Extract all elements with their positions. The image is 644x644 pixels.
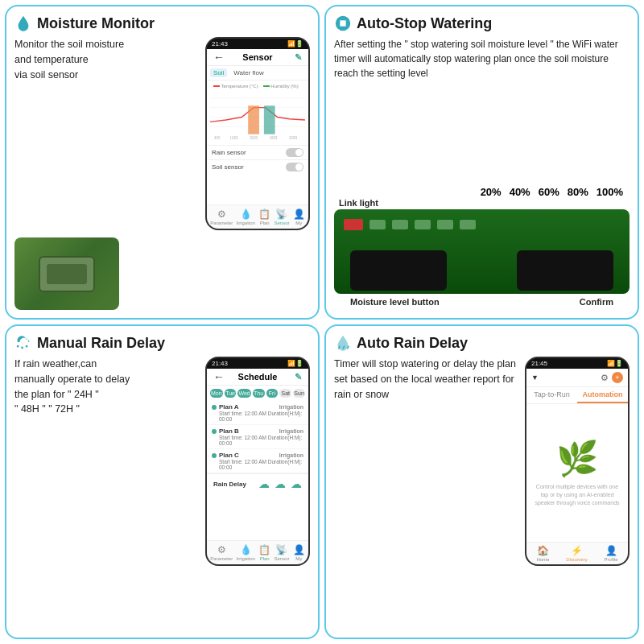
edit-icon[interactable]: ✎ xyxy=(295,52,302,63)
day-thu[interactable]: Thu xyxy=(253,389,265,398)
soil-sensor-toggle[interactable] xyxy=(286,163,303,171)
rain-sensor-toggle[interactable] xyxy=(286,148,303,157)
delay-icons-group: ☁ ☁ ☁ xyxy=(258,477,302,490)
sensor-block-right xyxy=(517,250,613,291)
schedule-edit-icon[interactable]: ✎ xyxy=(295,372,302,382)
sensor-buttons-row xyxy=(344,219,476,230)
day-sun[interactable]: Sun xyxy=(293,389,305,398)
manual-rain-desc: If rain weather,can manually operate to … xyxy=(14,357,199,417)
nav-sensor[interactable]: 📡 Sensor xyxy=(274,208,289,225)
rain-icon xyxy=(14,334,32,352)
header-icons: ⚙ + xyxy=(601,372,623,383)
svg-text:16/03: 16/03 xyxy=(270,135,278,139)
soil-sensor-row: Soil sensor xyxy=(207,159,308,174)
btn-100[interactable] xyxy=(460,220,476,229)
moisture-bottom-labels: Moisture level button Confirm xyxy=(334,294,630,310)
day-sat[interactable]: Sat xyxy=(279,389,291,398)
auto-rain-text-col: Timer will stop watering or delay the pl… xyxy=(334,357,518,630)
delay-72h-icon[interactable]: ☁ xyxy=(291,477,302,490)
rain-delay-row: Rain Delay ☁ ☁ ☁ xyxy=(207,473,308,493)
moisture-screen: ← Sensor ✎ Soil Water flow Temperature (… xyxy=(207,49,308,204)
sched-nav-plan[interactable]: 📋 Plan xyxy=(258,544,270,561)
manual-rain-body: If rain weather,can manually operate to … xyxy=(14,357,310,630)
sched-nav-parameter[interactable]: ⚙ Parameter xyxy=(210,544,233,561)
day-selector: Mon Tue Wed Thu Fri Sat Sun xyxy=(207,386,308,401)
moisture-phone-nav: ⚙ Parameter 💧 Irrigation 📋 Plan 📡 Sensor xyxy=(207,204,308,229)
sched-nav-irrigation[interactable]: 💧 Irrigation xyxy=(236,544,254,561)
svg-text:11/03: 11/03 xyxy=(230,135,238,139)
svg-rect-12 xyxy=(340,20,345,26)
back-arrow-icon[interactable]: ← xyxy=(213,51,225,64)
link-light-label: Link light xyxy=(339,198,378,208)
sensor-box xyxy=(39,256,95,292)
rain-nav-home[interactable]: 🏠 Home xyxy=(536,545,549,562)
delay-24h-icon[interactable]: ☁ xyxy=(258,477,270,490)
settings-gear-icon[interactable]: ⚙ xyxy=(601,373,609,383)
auto-stop-desc: After setting the " stop watering soil m… xyxy=(334,37,630,180)
day-fri[interactable]: Fri xyxy=(266,389,279,398)
stop-icon xyxy=(334,14,352,32)
plan-a-row: Plan A Irrigation Start time: 12:00 AM D… xyxy=(207,401,308,425)
svg-text:15/03: 15/03 xyxy=(250,135,258,139)
btn-80[interactable] xyxy=(437,220,453,229)
nav-my[interactable]: 👤 My xyxy=(293,208,305,225)
nav-plan[interactable]: 📋 Plan xyxy=(258,208,270,225)
moisture-title: Moisture Monitor xyxy=(14,14,310,32)
tap-run-header: ▼ ⚙ + xyxy=(526,369,628,387)
rain-nav-profile[interactable]: 👤 Profile xyxy=(605,545,618,562)
plan-b-row: Plan B Irrigation Start time: 12:00 AM D… xyxy=(207,425,308,449)
day-wed[interactable]: Wed xyxy=(237,389,250,398)
automation-empty-text: Control multiple devices with one tap or… xyxy=(535,483,620,506)
auto-stop-title: Auto-Stop Watering xyxy=(334,14,630,32)
status-bar-schedule: 21:43 📶🔋 xyxy=(207,358,308,369)
schedule-back-arrow[interactable]: ← xyxy=(213,370,225,383)
manual-rain-text-col: If rain weather,can manually operate to … xyxy=(14,357,199,630)
main-grid: Moisture Monitor Monitor the soil moistu… xyxy=(0,0,644,644)
day-tue[interactable]: Tue xyxy=(225,389,237,398)
sensor-tabs: Soil Water flow xyxy=(207,66,308,80)
plan-a-dot xyxy=(212,405,217,410)
rain-nav-discovery[interactable]: ⚡ Discovery xyxy=(566,545,587,562)
plan-b-dot xyxy=(212,429,217,434)
tap-run-tabs: Tap-to-Run Automation xyxy=(526,387,628,404)
auto-stop-card: Auto-Stop Watering After setting the " s… xyxy=(324,5,639,320)
water-flow-tab[interactable]: Water flow xyxy=(230,68,267,77)
nav-parameter[interactable]: ⚙ Parameter xyxy=(210,208,233,225)
sched-nav-sensor[interactable]: 📡 Sensor xyxy=(274,544,289,561)
schedule-header: ← Schedule ✎ xyxy=(207,369,308,386)
sched-nav-my[interactable]: 👤 My xyxy=(293,544,305,561)
water-drop-icon xyxy=(14,14,32,32)
chart-area: Temperature (°C) Humidity (%) xyxy=(207,80,308,145)
svg-rect-4 xyxy=(248,105,259,134)
nav-irrigation[interactable]: 💧 Irrigation xyxy=(236,208,254,225)
day-mon[interactable]: Mon xyxy=(210,389,223,398)
plan-c-row: Plan C Irrigation Start time: 12:00 AM D… xyxy=(207,449,308,473)
moisture-desc: Monitor the soil moisture and temperatur… xyxy=(14,37,199,228)
auto-rain-screen: ▼ ⚙ + Tap-to-Run Automation 🌿 Control mu… xyxy=(526,369,628,542)
auto-rain-card: Auto Rain Delay Timer will stop watering… xyxy=(324,324,639,639)
svg-text:4/15: 4/15 xyxy=(214,135,221,139)
delay-48h-icon[interactable]: ☁ xyxy=(275,477,286,490)
moisture-body: Monitor the soil moisture and temperatur… xyxy=(14,37,310,310)
soil-tab[interactable]: Soil xyxy=(210,68,227,77)
btn-20[interactable] xyxy=(369,220,386,229)
moisture-chart: 4/15 11/03 15/03 16/03 20/03 xyxy=(210,89,305,141)
empty-state-icon: 🌿 xyxy=(556,439,598,478)
svg-rect-5 xyxy=(264,105,275,134)
svg-text:20/03: 20/03 xyxy=(289,135,297,139)
add-button[interactable]: + xyxy=(612,372,623,383)
auto-rain-phone: 21:45 📶🔋 ▼ ⚙ + Tap-to-Run Automation xyxy=(525,357,630,566)
moisture-phone: 21:43 📶🔋 ← Sensor ✎ Soil Water flow xyxy=(205,37,310,230)
auto-rain-body: Timer will stop watering or delay the pl… xyxy=(334,357,630,630)
moisture-level-labels: 20% 40% 60% 80% 100% xyxy=(334,186,630,200)
auto-rain-desc: Timer will stop watering or delay the pl… xyxy=(334,357,518,402)
status-bar-moisture: 21:43 📶🔋 xyxy=(207,39,308,49)
automation-tab[interactable]: Automation xyxy=(577,387,628,403)
auto-rain-title: Auto Rain Delay xyxy=(334,334,630,352)
btn-40[interactable] xyxy=(392,220,408,229)
sensor-header: ← Sensor ✎ xyxy=(207,49,308,66)
tap-to-run-tab[interactable]: Tap-to-Run xyxy=(526,387,577,403)
moisture-image-container: Link light xyxy=(334,200,630,294)
btn-60[interactable] xyxy=(415,220,431,229)
auto-rain-icon xyxy=(334,334,352,352)
